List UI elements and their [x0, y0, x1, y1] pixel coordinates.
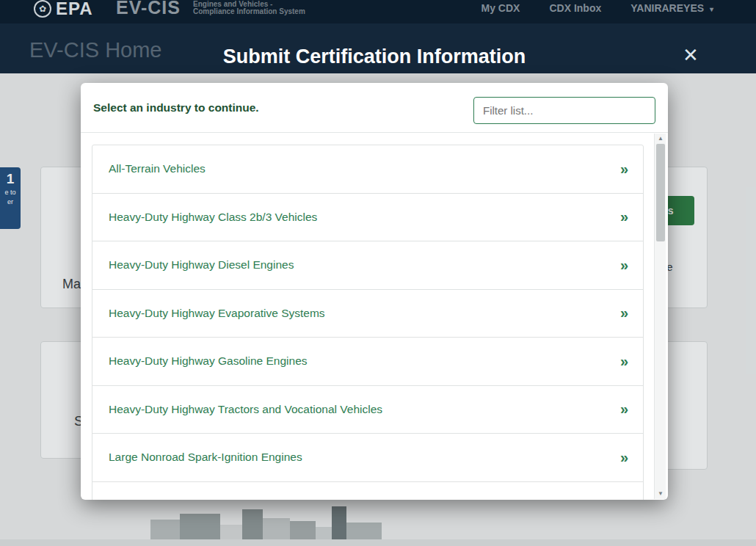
industry-list: All-Terrain Vehicles » Heavy-Duty Highwa…: [81, 134, 668, 500]
industry-label: Heavy-Duty Highway Class 2b/3 Vehicles: [109, 211, 317, 224]
industry-list-item[interactable]: Large Nonroad Spark-Ignition Engines »: [92, 433, 644, 482]
chevron-right-icon: »: [620, 257, 628, 274]
submit-certification-modal: Select an industry to continue. All-Terr…: [81, 83, 668, 500]
industry-prompt: Select an industry to continue.: [93, 101, 259, 114]
scrollbar-thumb[interactable]: [656, 144, 665, 241]
modal-header: Select an industry to continue.: [81, 83, 668, 133]
close-icon[interactable]: ✕: [678, 43, 703, 68]
industry-label: Heavy-Duty Highway Evaporative Systems: [109, 307, 325, 320]
industry-list-item[interactable]: Heavy-Duty Highway Class 2b/3 Vehicles »: [92, 193, 644, 242]
industry-list-item[interactable]: Heavy-Duty Highway Evaporative Systems »: [92, 289, 644, 338]
industry-list-item[interactable]: All-Terrain Vehicles »: [92, 145, 644, 194]
chevron-right-icon: »: [620, 401, 628, 418]
industry-list-item[interactable]: Heavy-Duty Highway Diesel Engines »: [92, 241, 644, 290]
chevron-right-icon: »: [620, 161, 628, 178]
industry-label: Heavy-Duty Highway Tractors and Vocation…: [109, 403, 382, 416]
industry-list-item-partial[interactable]: [92, 481, 644, 500]
scrollbar[interactable]: ▲ ▼: [654, 134, 666, 499]
scroll-up-icon[interactable]: ▲: [655, 134, 666, 144]
industry-label: All-Terrain Vehicles: [109, 162, 206, 175]
industry-label: Heavy-Duty Highway Diesel Engines: [109, 258, 294, 272]
screen: ✿ EPA EV-CIS Engines and Vehicles - Comp…: [0, 0, 756, 546]
industry-list-item[interactable]: Heavy-Duty Highway Tractors and Vocation…: [92, 385, 644, 434]
chevron-right-icon: »: [620, 353, 628, 370]
chevron-right-icon: »: [620, 305, 628, 321]
chevron-right-icon: »: [620, 449, 628, 466]
filter-list-input[interactable]: [473, 97, 655, 124]
industry-label: Heavy-Duty Highway Gasoline Engines: [109, 354, 308, 368]
chevron-right-icon: »: [620, 208, 628, 225]
industry-label: Large Nonroad Spark-Ignition Engines: [109, 451, 302, 464]
scroll-down-icon[interactable]: ▼: [655, 489, 666, 499]
modal-title: Submit Certification Information: [81, 46, 668, 68]
industry-list-item[interactable]: Heavy-Duty Highway Gasoline Engines »: [92, 337, 644, 386]
